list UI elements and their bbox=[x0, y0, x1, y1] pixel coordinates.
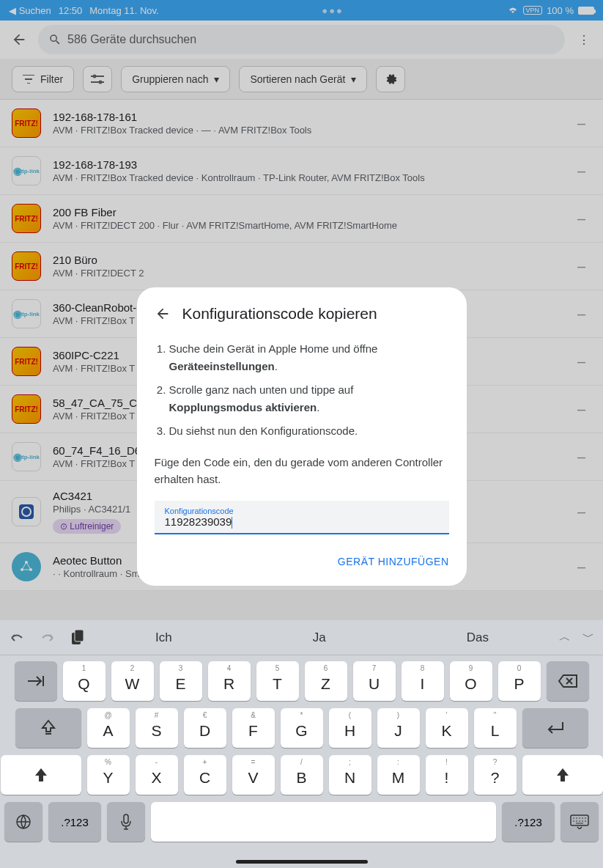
kb-suggestion[interactable]: Ja bbox=[298, 630, 341, 645]
key-p[interactable]: 0P bbox=[498, 661, 541, 701]
clipboard-icon[interactable] bbox=[70, 630, 85, 646]
config-code-input[interactable]: Konfigurationscode 11928239039 bbox=[155, 501, 449, 534]
add-device-button[interactable]: GERÄT HINZUFÜGEN bbox=[338, 556, 449, 567]
key-t[interactable]: 5T bbox=[256, 661, 299, 701]
key-j[interactable]: )J bbox=[377, 708, 420, 748]
kb-suggestion[interactable]: Das bbox=[452, 630, 503, 645]
key-z[interactable]: 6Z bbox=[305, 661, 347, 701]
key-shift[interactable] bbox=[1, 755, 81, 795]
key-mic[interactable] bbox=[107, 802, 145, 842]
input-value: 11928239039 bbox=[165, 515, 232, 528]
key-numbers[interactable]: .?123 bbox=[502, 802, 555, 842]
dialog-steps: Suche dein Gerät in Apple Home und öffne… bbox=[155, 340, 449, 440]
key-k[interactable]: 'K bbox=[426, 708, 468, 748]
key-r[interactable]: 4R bbox=[208, 661, 251, 701]
key-h[interactable]: (H bbox=[329, 708, 371, 748]
undo-icon[interactable] bbox=[9, 631, 25, 644]
kb-suggestion[interactable]: Ich bbox=[141, 630, 187, 645]
key-y[interactable]: %Y bbox=[87, 755, 130, 795]
key-s[interactable]: #S bbox=[136, 708, 178, 748]
chevron-up-icon[interactable]: ︿ bbox=[559, 630, 571, 645]
key-hide-keyboard[interactable] bbox=[561, 802, 599, 842]
svg-rect-11 bbox=[571, 815, 588, 825]
key-enter[interactable] bbox=[522, 708, 588, 748]
key-f[interactable]: &F bbox=[232, 708, 275, 748]
key-q[interactable]: 1Q bbox=[63, 661, 106, 701]
key-m[interactable]: :M bbox=[377, 755, 420, 795]
svg-rect-10 bbox=[124, 814, 128, 823]
key-g[interactable]: *G bbox=[281, 708, 323, 748]
key-capslock[interactable] bbox=[15, 708, 81, 748]
home-indicator[interactable] bbox=[236, 860, 368, 864]
key-space[interactable] bbox=[151, 802, 496, 842]
dialog-title: Konfigurationscode kopieren bbox=[182, 305, 377, 323]
key-globe[interactable] bbox=[4, 802, 42, 842]
key-b[interactable]: /B bbox=[281, 755, 323, 795]
input-label: Konfigurationscode bbox=[165, 507, 439, 515]
key-backspace[interactable] bbox=[547, 661, 589, 701]
redo-icon[interactable] bbox=[40, 631, 56, 644]
chevron-down-icon[interactable]: ﹀ bbox=[582, 630, 594, 645]
key-n[interactable]: ;N bbox=[329, 755, 371, 795]
key-numbers[interactable]: .?123 bbox=[48, 802, 101, 842]
key-d[interactable]: €D bbox=[184, 708, 226, 748]
dialog-note: Füge den Code ein, den du gerade vom and… bbox=[155, 455, 449, 488]
key-l[interactable]: "L bbox=[474, 708, 517, 748]
dialog-back-button[interactable] bbox=[155, 306, 171, 322]
keyboard: Ich Ja Das ︿ ﹀ 1Q2W3E4R5T6Z7U8I9O0P@A#S€… bbox=[0, 620, 603, 868]
key-a[interactable]: @A bbox=[87, 708, 130, 748]
key-x[interactable]: -X bbox=[136, 755, 178, 795]
key-tab[interactable] bbox=[15, 661, 57, 701]
config-code-dialog: Konfigurationscode kopieren Suche dein G… bbox=[137, 287, 467, 586]
key-u[interactable]: 7U bbox=[353, 661, 396, 701]
key-i[interactable]: 8I bbox=[402, 661, 444, 701]
key-shift[interactable] bbox=[522, 755, 603, 795]
key-e[interactable]: 3E bbox=[160, 661, 202, 701]
key-c[interactable]: +C bbox=[184, 755, 226, 795]
key-o[interactable]: 9O bbox=[450, 661, 492, 701]
key-![interactable]: !! bbox=[426, 755, 468, 795]
key-w[interactable]: 2W bbox=[111, 661, 154, 701]
key-?[interactable]: ?? bbox=[474, 755, 517, 795]
svg-rect-8 bbox=[75, 630, 84, 641]
key-v[interactable]: =V bbox=[232, 755, 275, 795]
